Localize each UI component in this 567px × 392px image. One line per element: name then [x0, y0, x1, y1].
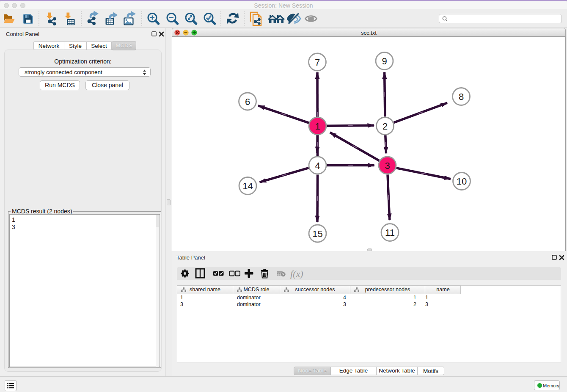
svg-text:6: 6	[245, 97, 250, 107]
svg-text:11: 11	[385, 227, 395, 238]
svg-text:9: 9	[382, 56, 387, 66]
svg-text:14: 14	[242, 181, 253, 191]
svg-text:2: 2	[383, 121, 388, 132]
svg-text:7: 7	[315, 57, 320, 68]
svg-text:1: 1	[315, 121, 320, 132]
svg-text:8: 8	[459, 91, 464, 102]
svg-text:15: 15	[312, 229, 322, 239]
svg-text:f(x): f(x)	[290, 268, 303, 279]
svg-text:10: 10	[457, 176, 467, 187]
svg-text:4: 4	[315, 160, 320, 171]
svg-text:3: 3	[385, 160, 390, 171]
